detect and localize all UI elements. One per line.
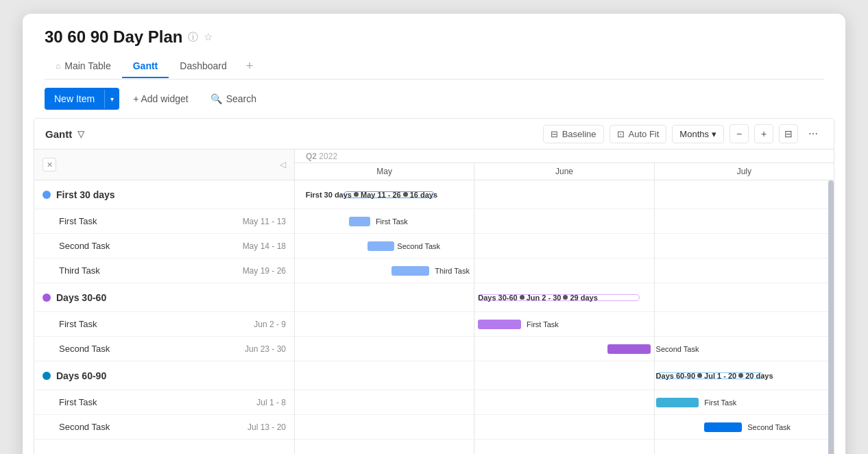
group-label-first30: First 30 days bbox=[56, 189, 115, 200]
collapse-arrow[interactable]: ◁ bbox=[280, 160, 286, 169]
gantt-chart-area: First 30 days May 11 - 26 16 days First … bbox=[295, 180, 834, 454]
dot1 bbox=[354, 192, 359, 197]
gantt-body: First 30 days First Task May 11 - 13 Sec… bbox=[34, 180, 834, 454]
dot6 bbox=[738, 373, 743, 378]
header: 30 60 90 Day Plan ⓘ ☆ ⌂ Main Table Gantt… bbox=[23, 14, 845, 80]
page-title: 30 60 90 Day Plan bbox=[45, 27, 182, 47]
month-may: May bbox=[295, 163, 474, 180]
right-task-row-days3060-task2: Second Task bbox=[295, 337, 834, 361]
star-icon[interactable]: ☆ bbox=[204, 31, 213, 43]
bar-label-first30-task2: Second Task bbox=[397, 242, 440, 250]
dot2 bbox=[403, 192, 408, 197]
task-date: Jul 1 - 8 bbox=[256, 398, 286, 407]
zoom-in-button[interactable]: + bbox=[754, 124, 773, 143]
baseline-button[interactable]: ⊟ Baseline bbox=[543, 125, 604, 143]
right-group-row-days6090: Days 60-90 Jul 1 - 20 20 days bbox=[295, 361, 834, 390]
new-item-label: New Item bbox=[45, 88, 104, 110]
gantt-toolbar: Gantt ▽ ⊟ Baseline ⊡ Auto Fit Months ▾ −… bbox=[34, 119, 834, 150]
right-task-row-first-task1: First Task bbox=[295, 209, 834, 234]
search-icon: 🔍 bbox=[210, 93, 222, 104]
group-bar-label-days6090: Days 60-90 Jul 1 - 20 20 days bbox=[656, 372, 773, 380]
group-label-days6090: Days 60-90 bbox=[56, 370, 106, 381]
right-group-row-first30: First 30 days May 11 - 26 16 days bbox=[295, 180, 834, 209]
tab-add-button[interactable]: + bbox=[238, 53, 262, 79]
gantt-title: Gantt bbox=[45, 128, 72, 140]
add-widget-button[interactable]: + Add widget bbox=[125, 88, 197, 109]
task-date: May 11 - 13 bbox=[243, 217, 286, 226]
group-row-first30: First 30 days bbox=[34, 180, 294, 209]
right-task-row-first-task2: Second Task bbox=[295, 234, 834, 259]
right-task-row-days6090-task1: First Task bbox=[295, 390, 834, 415]
task-row: Second Task May 14 - 18 bbox=[34, 234, 294, 259]
bar-label-days3060-task2: Second Task bbox=[656, 345, 699, 353]
bar-first30-task3 bbox=[391, 266, 429, 276]
gantt-container: Gantt ▽ ⊟ Baseline ⊡ Auto Fit Months ▾ −… bbox=[34, 118, 834, 454]
right-task-row-first-task3: Third Task bbox=[295, 259, 834, 283]
empty-row bbox=[34, 440, 294, 454]
dot5 bbox=[697, 373, 702, 378]
right-group-row-days3060: Days 30-60 Jun 2 - 30 29 days bbox=[295, 283, 834, 312]
group-dot-days6090 bbox=[43, 372, 51, 380]
new-item-dropdown-arrow[interactable]: ▾ bbox=[104, 90, 119, 108]
task-name: First Task bbox=[59, 216, 243, 226]
tabs-row: ⌂ Main Table Gantt Dashboard + bbox=[45, 53, 823, 80]
search-button[interactable]: 🔍 Search bbox=[202, 88, 265, 109]
quarter-row: Q2 2022 bbox=[295, 150, 834, 163]
bar-label-first30-task1: First Task bbox=[376, 217, 408, 226]
gantt-controls: ⊟ Baseline ⊡ Auto Fit Months ▾ − + ⊟ ⋯ bbox=[543, 124, 823, 143]
right-empty-row bbox=[295, 440, 834, 454]
bar-label-days6090-task1: First Task bbox=[704, 398, 736, 407]
months-select[interactable]: Months ▾ bbox=[672, 125, 724, 143]
app-window: 30 60 90 Day Plan ⓘ ☆ ⌂ Main Table Gantt… bbox=[23, 14, 845, 454]
quarter-value: Q2 bbox=[306, 152, 317, 161]
tab-gantt[interactable]: Gantt bbox=[122, 55, 169, 78]
gantt-left-panel: First 30 days First Task May 11 - 13 Sec… bbox=[34, 180, 295, 454]
group-row-days3060: Days 30-60 bbox=[34, 283, 294, 312]
task-date: May 19 - 26 bbox=[243, 266, 286, 276]
task-date: Jun 23 - 30 bbox=[245, 344, 286, 354]
toolbar: New Item ▾ + Add widget 🔍 Search bbox=[23, 80, 845, 118]
tab-dashboard[interactable]: Dashboard bbox=[169, 55, 238, 78]
task-name: First Task bbox=[59, 397, 256, 407]
export-button[interactable]: ⊟ bbox=[779, 124, 798, 143]
task-row: First Task May 11 - 13 bbox=[34, 209, 294, 234]
gantt-right-header-area: Q2 2022 May June July bbox=[295, 150, 834, 180]
auto-fit-button[interactable]: ⊡ Auto Fit bbox=[610, 125, 667, 143]
quarter-label: Q2 2022 bbox=[295, 152, 348, 161]
task-row: First Task Jul 1 - 8 bbox=[34, 390, 294, 415]
zoom-out-button[interactable]: − bbox=[730, 124, 749, 143]
group-bar-label-days3060: Days 30-60 Jun 2 - 30 29 days bbox=[478, 294, 598, 302]
task-row: Third Task May 19 - 26 bbox=[34, 259, 294, 283]
group-bar-label-first30: First 30 days May 11 - 26 16 days bbox=[306, 191, 437, 199]
gantt-left-header: ✕ ◁ bbox=[34, 150, 295, 180]
task-name: Second Task bbox=[59, 344, 245, 354]
year-value: 2022 bbox=[319, 152, 337, 161]
dot4 bbox=[563, 295, 568, 300]
task-row: Second Task Jun 23 - 30 bbox=[34, 337, 294, 361]
task-row: First Task Jun 2 - 9 bbox=[34, 312, 294, 337]
month-row: May June July bbox=[295, 163, 834, 180]
month-june: June bbox=[474, 163, 654, 180]
group-dot-days3060 bbox=[43, 294, 51, 302]
filter-icon[interactable]: ▽ bbox=[77, 129, 84, 139]
dot3 bbox=[520, 295, 525, 300]
task-name: Second Task bbox=[59, 241, 243, 251]
more-options-button[interactable]: ⋯ bbox=[804, 124, 823, 143]
baseline-icon: ⊟ bbox=[551, 129, 558, 139]
task-name: Third Task bbox=[59, 265, 243, 276]
bar-days6090-task2 bbox=[704, 422, 742, 432]
autofit-icon: ⊡ bbox=[617, 129, 625, 139]
bar-first30-task2 bbox=[367, 241, 394, 251]
bar-days3060-task2 bbox=[607, 344, 651, 354]
group-dot-first30 bbox=[43, 191, 51, 199]
collapse-button[interactable]: ✕ bbox=[43, 158, 56, 171]
task-date: May 14 - 18 bbox=[243, 241, 286, 251]
gantt-header: ✕ ◁ Q2 2022 May June July bbox=[34, 150, 834, 180]
task-name: Second Task bbox=[59, 422, 248, 432]
bar-first30-task1 bbox=[349, 217, 370, 226]
tab-main-table[interactable]: ⌂ Main Table bbox=[45, 55, 122, 78]
new-item-button[interactable]: New Item ▾ bbox=[45, 88, 119, 110]
info-icon[interactable]: ⓘ bbox=[188, 31, 198, 44]
vertical-scrollbar[interactable] bbox=[828, 180, 834, 454]
gantt-title-area: Gantt ▽ bbox=[45, 128, 84, 140]
